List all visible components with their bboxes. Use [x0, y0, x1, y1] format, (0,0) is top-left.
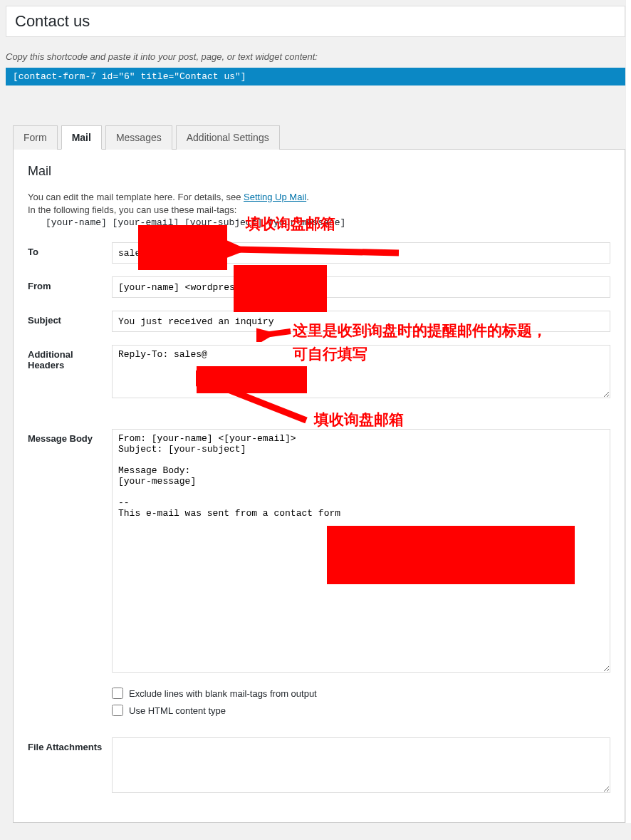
from-label: From	[28, 276, 112, 291]
annotation-redaction-box	[327, 526, 575, 584]
from-input[interactable]	[112, 276, 610, 298]
exclude-blank-row: Exclude lines with blank mail-tags from …	[112, 688, 610, 699]
setting-up-mail-link[interactable]: Setting Up Mail	[244, 192, 306, 202]
annotation-text-to: 填收询盘邮箱	[246, 214, 335, 234]
use-html-label[interactable]: Use HTML content type	[129, 705, 226, 716]
use-html-checkbox[interactable]	[112, 705, 123, 716]
page-title: Contact us	[15, 12, 616, 31]
exclude-blank-checkbox[interactable]	[112, 688, 123, 699]
tab-mail[interactable]: Mail	[61, 125, 102, 150]
title-container: Contact us	[6, 6, 625, 37]
annotation-redaction-box	[234, 265, 327, 312]
file-attachments-textarea[interactable]	[112, 737, 610, 793]
annotation-redaction-box	[197, 366, 307, 393]
annotation-text-subject-line2: 可自行填写	[293, 344, 367, 364]
to-row: To	[28, 242, 610, 264]
right-edge-strip	[625, 0, 631, 823]
use-html-row: Use HTML content type	[112, 705, 610, 716]
file-attachments-label: File Attachments	[28, 737, 112, 752]
additional-headers-label: Additional Headers	[28, 345, 112, 370]
file-attachments-row: File Attachments	[28, 737, 610, 795]
annotation-text-headers: 填收询盘邮箱	[314, 410, 404, 430]
panel-desc1: You can edit the mail template here. For…	[28, 192, 610, 202]
panel-heading: Mail	[28, 164, 610, 179]
subject-label: Subject	[28, 311, 112, 326]
message-body-label: Message Body	[28, 429, 112, 444]
exclude-blank-label[interactable]: Exclude lines with blank mail-tags from …	[129, 688, 317, 699]
annotation-text-subject-line1: 这里是收到询盘时的提醒邮件的标题，	[293, 321, 547, 341]
tab-form[interactable]: Form	[13, 125, 58, 150]
tabs-container: Form Mail Messages Additional Settings	[13, 125, 625, 150]
shortcode-code[interactable]: [contact-form-7 id="6" title="Contact us…	[6, 68, 625, 85]
annotation-redaction-box	[138, 225, 227, 270]
shortcode-description: Copy this shortcode and paste it into yo…	[6, 51, 625, 62]
tab-messages[interactable]: Messages	[105, 125, 172, 150]
to-label: To	[28, 242, 112, 257]
tab-additional-settings[interactable]: Additional Settings	[176, 125, 280, 150]
mail-panel: Mail You can edit the mail template here…	[13, 150, 625, 823]
